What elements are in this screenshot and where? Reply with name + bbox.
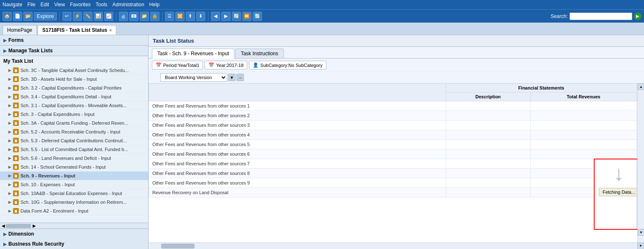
toolbar-btn-3[interactable]: ⚡ [73,12,82,21]
toolbar-btn-16[interactable]: ▶ [221,12,231,21]
search-go-button[interactable]: ▶ [634,13,641,20]
year-label: Year:2017-18 [216,63,244,68]
business-rule-arrow-icon: ▶ [3,242,7,246]
task-item-9[interactable]: ▶ 📋 Sch. 5.5 - List of Committed Capital… [0,145,148,154]
toolbar-btn-13[interactable]: ⬆ [186,12,195,21]
toolbar-separator-3 [162,12,162,21]
task-item-12[interactable]: ▶ 📋 Sch. 9 - Revenues - Input [0,172,148,180]
menu-administration[interactable]: Administration [113,2,144,8]
task-item-arrow-4: ▶ [8,103,11,108]
toolbar-btn-14[interactable]: ⬇ [196,12,205,21]
menu-view[interactable]: View [54,2,65,8]
table-row-1: Other Fees and Revenues from other sourc… [149,111,644,121]
row-desc-6 [446,159,530,169]
scroll-right-icon[interactable]: ▶ [33,223,36,228]
fetching-data-button[interactable]: Fetching Data... [599,188,639,196]
tab-task-list-status[interactable]: S1718FIS - Task List Status × [38,25,116,35]
task-item-7[interactable]: ▶ 📋 Sch. 5.2 - Accounts Receivable Conti… [0,128,148,136]
toolbar-btn-19[interactable]: 🔃 [253,12,262,21]
row-desc-1 [446,111,530,121]
toolbar-btn-15[interactable]: ◀ [211,12,220,21]
menu-navigate[interactable]: Navigate [3,2,22,8]
year-filter[interactable]: 📅 Year:2017-18 [205,61,247,69]
period-filter[interactable]: 📅 Period:YearTotal1 [152,61,203,69]
scroll-down-btn[interactable]: ▼ [638,229,644,236]
task-item-6[interactable]: ▶ 📋 Sch. 3A - Capital Grants Funding - D… [0,119,148,128]
explore-button[interactable]: Explore [34,12,57,21]
menu-help[interactable]: Help [149,2,160,8]
version-go-button[interactable]: → [236,74,244,81]
task-item-label-0: Sch. 3C - Tangible Capital Asset Continu… [21,68,128,73]
task-item-11[interactable]: ▶ 📋 Sch. 14 - School Generated Funds - I… [0,163,148,172]
task-item-label-2: Sch. 3.2 - Capital Expenditures - Capita… [21,85,122,90]
toolbar-btn-18[interactable]: ⏩ [242,12,251,21]
task-item-8[interactable]: ▶ 📋 Sch. 5.3 - Deferred Capital Contribu… [0,136,148,145]
toolbar-btn-5[interactable]: 📊 [94,12,103,21]
tab-close-icon[interactable]: × [109,28,112,33]
task-item-13[interactable]: ▶ 📋 Sch. 10 - Expenses - Input [0,180,148,189]
search-input[interactable] [570,13,632,20]
toolbar-btn-7[interactable]: 🖨 [119,12,128,21]
row-label-0: Other Fees and Revenues from other sourc… [149,101,446,111]
task-item-label-3: Sch. 3.4 - Capital Expenditures Detail -… [21,94,111,99]
tab-task-input[interactable]: Task - Sch. 9 - Revenues - Input [152,49,234,59]
menu-file[interactable]: File [27,2,35,8]
h-scroll-thumb[interactable] [161,244,195,249]
manage-task-lists-header[interactable]: ▶ Manage Task Lists [0,46,148,56]
version-arrow-button[interactable]: ▼ [228,74,236,81]
task-item-10[interactable]: ▶ 📋 Sch. 5.6 - Land Revenues and Deficit… [0,154,148,163]
sidebar-h-scrollbar[interactable]: ◀ ▶ [0,223,148,228]
tab-task-instructions[interactable]: Task Instructions [235,49,283,58]
filter-bar: 📅 Period:YearTotal1 📅 Year:2017-18 👤 Sub… [149,59,644,72]
toolbar-btn-12[interactable]: 🔀 [175,12,185,21]
task-item-0[interactable]: ▶ 📋 Sch. 3C - Tangible Capital Asset Con… [0,66,148,75]
menu-favorites[interactable]: Favorites [70,2,90,8]
subcategory-filter[interactable]: 👤 SubCategory:No SubCategory [249,61,326,69]
dimension-section-header[interactable]: ▶ Dimension [0,229,148,239]
h-scroll-down-btn[interactable]: ▼ [637,243,644,249]
menu-edit[interactable]: Edit [41,2,49,8]
toolbar-btn-17[interactable]: 🔄 [232,12,241,21]
toolbar-btn-8[interactable]: 📧 [129,12,139,21]
task-item-arrow-15: ▶ [8,200,11,204]
task-item-4[interactable]: ▶ 📋 Sch. 3.1 - Capital Expenditures - Mo… [0,101,148,110]
manage-arrow-icon: ▶ [3,49,7,53]
task-item-label-5: Sch. 3 - Capital Expenditures - Input [21,112,95,117]
toolbar-btn-6[interactable]: 📈 [104,12,113,21]
task-item-16[interactable]: ▶ 📋 Data Form A2 - Enrolment - Input [0,207,148,216]
down-arrow-icon: ↓ [614,163,624,184]
scroll-left-icon[interactable]: ◀ [2,223,5,228]
table-row-2: Other Fees and Revenues from other sourc… [149,121,644,130]
h-scroll-thumb[interactable] [6,224,31,228]
content-h-scrollbar[interactable]: ▼ [149,242,644,249]
task-item-3[interactable]: ▶ 📋 Sch. 3.4 - Capital Expenditures Deta… [0,92,148,101]
business-rule-section-header[interactable]: ▶ Business Rule Security [0,239,148,249]
row-revenues-5 [530,149,636,159]
toolbar-btn-2[interactable]: ↩ [62,12,72,21]
scroll-up-btn[interactable]: ▲ [638,83,644,90]
toolbar-home-btn[interactable]: 🏠 [3,12,12,21]
task-item-2[interactable]: ▶ 📋 Sch. 3.2 - Capital Expenditures - Ca… [0,84,148,92]
toolbar-btn-10[interactable]: 🔒 [150,12,159,21]
task-item-15[interactable]: ▶ 📋 Sch. 10G - Supplementary Information… [0,198,148,207]
menu-tools[interactable]: Tools [96,2,108,8]
row-label-8: Other Fees and Revenues from other sourc… [149,178,446,188]
toolbar-btn-11[interactable]: ☰ [165,12,174,21]
toolbar-btn-9[interactable]: 📁 [140,12,149,21]
task-item-14[interactable]: ▶ 📋 Sch. 10A&B - Special Education Expen… [0,189,148,198]
toolbar: 🏠 📄 📂 Explore ↩ ⚡ ✏️ 📊 📈 🖨 📧 📁 🔒 ☰ 🔀 ⬆ ⬇… [0,9,644,23]
task-item-1[interactable]: ▶ 📋 Sch. 3D - Assets Held for Sale - Inp… [0,75,148,84]
version-select[interactable]: Board Working Version [160,73,227,82]
subcategory-icon: 👤 [253,62,259,68]
tab-homepage[interactable]: HomePage [3,25,37,35]
task-item-5[interactable]: ▶ 📋 Sch. 3 - Capital Expenditures - Inpu… [0,110,148,119]
table-row-4: Other Fees and Revenues from other sourc… [149,140,644,149]
toolbar-new-btn[interactable]: 📄 [13,12,22,21]
vertical-scrollbar[interactable]: ▲ ▼ [637,83,644,242]
financial-statements-header: Financial Statements [446,84,636,92]
toolbar-open-btn[interactable]: 📂 [23,12,33,21]
toolbar-btn-4[interactable]: ✏️ [83,12,92,21]
forms-section-header[interactable]: ▶ Forms [0,35,148,45]
task-item-label-16: Data Form A2 - Enrolment - Input [21,208,88,213]
version-bar: Board Working Version ▼ → [149,72,644,83]
